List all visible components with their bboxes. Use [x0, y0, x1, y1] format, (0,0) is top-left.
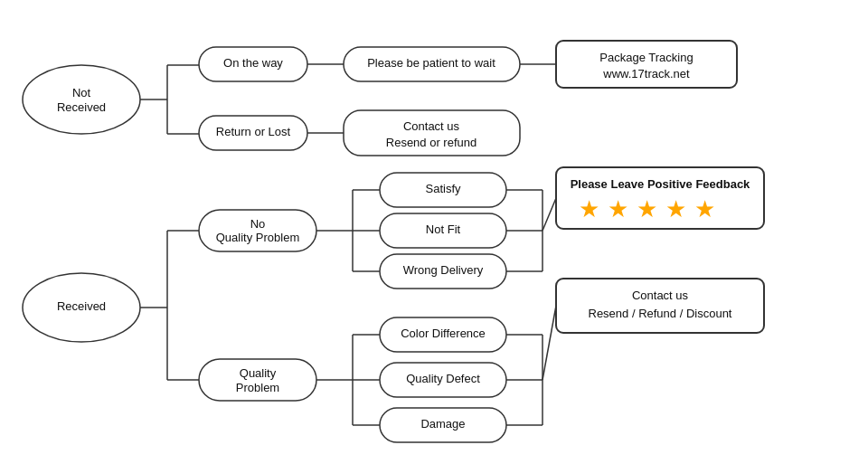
satisfy-label: Satisfy	[425, 182, 461, 195]
star1: ★	[579, 195, 599, 223]
not-fit-label: Not Fit	[426, 223, 461, 236]
star2: ★	[608, 195, 628, 223]
svg-line-33	[542, 306, 556, 380]
package-tracking-label2: www.17track.net	[602, 67, 690, 80]
contact-us-refund-node	[556, 279, 764, 333]
contact-us-resend-label2: Resend or refund	[386, 136, 476, 149]
no-quality-problem-label1: No	[250, 217, 266, 231]
contact-us-refund-label1: Contact us	[632, 289, 689, 302]
quality-problem-label2: Problem	[236, 381, 279, 394]
no-quality-problem-label2: Quality Problem	[216, 231, 299, 244]
star5: ★	[694, 195, 715, 223]
contact-us-refund-label2: Resend / Refund / Discount	[589, 307, 732, 320]
wrong-delivery-label: Wrong Delivery	[403, 263, 484, 277]
package-tracking-label1: Package Tracking	[599, 51, 693, 64]
star3: ★	[637, 195, 657, 223]
on-the-way-label: On the way	[223, 56, 283, 70]
quality-problem-label1: Quality	[240, 366, 277, 380]
return-lost-label: Return or Lost	[216, 125, 291, 138]
damage-label: Damage	[420, 417, 465, 431]
svg-line-22	[542, 198, 556, 231]
contact-us-resend-label1: Contact us	[403, 119, 460, 133]
quality-defect-label: Quality Defect	[406, 372, 480, 385]
not-received-label: Not	[72, 86, 91, 99]
received-label: Received	[57, 299, 106, 313]
positive-feedback-label: Please Leave Positive Feedback	[571, 177, 750, 191]
not-received-label2: Received	[57, 100, 106, 114]
color-difference-label: Color Difference	[401, 327, 486, 340]
star4: ★	[665, 195, 686, 223]
patient-wait-label: Please be patient to wait	[367, 56, 495, 70]
